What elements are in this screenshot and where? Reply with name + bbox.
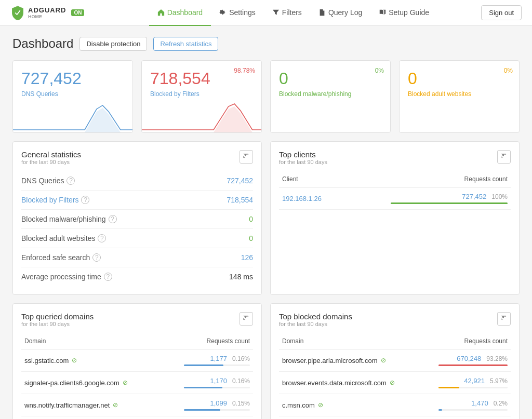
blocked-domain: browser.events.data.microsoft.com ⊘ [279,372,435,394]
help-icon-malware[interactable]: ? [109,215,117,223]
table-row: signaler-pa.clients6.google.com ⊘ 1,170 … [21,372,253,394]
logo-name: ADGUARD [28,6,66,14]
queried-count: 1,177 [210,355,227,362]
queried-count-cell: 1,099 0.15% [181,394,253,416]
queried-percent: 0.15% [232,400,250,407]
top-blocked-subtitle: for the last 90 days [279,321,352,327]
logo-text-block: ADGUARD HOME [28,6,66,19]
filter-blocked-domain-icon[interactable]: ⊘ [318,401,323,409]
queried-percent: 0.16% [232,377,250,385]
nav-settings[interactable]: Settings [211,0,264,26]
shield-icon [10,6,25,20]
queried-progress-bar [184,409,220,411]
queried-col-domain: Domain [21,333,181,349]
queried-count: 1,170 [210,377,227,385]
table-row: browser.pipe.aria.microsoft.com ⊘ 670,24… [279,349,511,372]
help-icon-dns[interactable]: ? [66,177,75,185]
blocked-malware-percent: 0% [375,67,384,74]
filter-domain-icon[interactable]: ⊘ [113,401,118,409]
bottom-row: Top queried domains for the last 90 days… [12,303,520,419]
queried-progress-bar [184,387,222,388]
main-content: Dashboard Disable protection Refresh sta… [0,26,532,419]
dns-queries-chart [13,101,132,132]
stats-row-blocked-adult: Blocked adult websites ? 0 [21,229,253,248]
stats-label-avg-time: Average processing time ? [21,273,112,281]
blocked-progress-bar [438,409,442,411]
top-queried-panel: Top queried domains for the last 90 days… [12,303,262,419]
blocked-filters-chart [142,101,261,132]
filter-blocked-domain-icon[interactable]: ⊘ [390,379,395,386]
stats-row-avg-time: Average processing time ? 148 ms [21,267,253,286]
refresh-icon-clients [501,154,507,160]
nav-dashboard[interactable]: Dashboard [149,0,211,26]
top-queried-title: Top queried domains [21,312,94,321]
dns-queries-number: 727,452 [21,69,124,88]
top-queried-refresh-button[interactable] [240,312,253,326]
refresh-icon [243,154,249,160]
filter-blocked-domain-icon[interactable]: ⊘ [381,357,386,364]
stats-value-blocked-adult: 0 [249,234,253,242]
sign-out-button[interactable]: Sign out [481,5,522,20]
stats-value-dns-queries: 727,452 [227,177,253,185]
nav-filters[interactable]: Filters [264,0,310,26]
blocked-count: 670,248 [457,355,481,362]
blocked-malware-number: 0 [279,69,382,88]
stats-label-safe-search: Enforced safe search ? [21,253,101,262]
queried-count-cell: 1,177 0.16% [181,349,253,372]
blocked-progress-bar [438,364,508,366]
general-stats-panel: General statistics for the last 90 days … [12,141,262,295]
blocked-count: 42,921 [464,377,485,385]
help-icon-adult[interactable]: ? [98,234,106,242]
blocked-filters-label: Blocked by Filters [150,90,253,98]
help-icon-safe-search[interactable]: ? [92,253,101,262]
queried-progress-wrap [184,409,250,411]
top-queried-subtitle: for the last 90 days [21,321,94,327]
top-queried-header: Top queried domains for the last 90 days [21,312,253,327]
refresh-statistics-button[interactable]: Refresh statistics [153,37,218,51]
client-progress-bar [391,202,508,204]
nav-query-log[interactable]: Query Log [310,0,370,26]
client-ip[interactable]: 192.168.1.26 [279,187,388,210]
home-icon [157,9,165,16]
blocked-percent: 93.28% [486,355,508,362]
filter-domain-icon[interactable]: ⊘ [72,357,77,364]
top-clients-title: Top clients [279,150,327,159]
blocked-progress-wrap [438,387,508,388]
queried-progress-wrap [184,364,250,366]
refresh-icon-queried [243,316,249,322]
table-row: browser.events.data.microsoft.com ⊘ 42,9… [279,372,511,394]
general-stats-refresh-button[interactable] [240,150,253,164]
disable-protection-button[interactable]: Disable protection [79,37,147,51]
logo-sub: HOME [28,14,66,19]
general-stats-title: General statistics [21,150,81,159]
blocked-count-cell: 42,921 5.97% [435,372,511,394]
stats-label-blocked-malware: Blocked malware/phishing ? [21,215,117,223]
filter-domain-icon[interactable]: ⊘ [123,379,128,386]
table-row: wns.notify.trafficmanager.net ⊘ 1,099 0.… [21,394,253,416]
blocked-percent: 0.2% [494,400,508,407]
middle-row: General statistics for the last 90 days … [12,141,520,295]
queried-domain: ssl.gstatic.com ⊘ [21,349,181,372]
nav-setup-guide[interactable]: Setup Guide [370,0,437,26]
client-percent: 100% [491,193,508,200]
blocked-col-domain: Domain [279,333,435,349]
queried-progress-wrap [184,387,250,388]
client-count: 727,452 [462,193,486,200]
blocked-filters-link[interactable]: Blocked by Filters [21,196,78,204]
top-clients-table: Client Requests count 192.168.1.26 727,4… [279,171,511,210]
top-clients-refresh-button[interactable] [497,150,511,164]
top-blocked-title: Top blocked domains [279,312,352,321]
help-icon-avg-time[interactable]: ? [104,273,112,281]
stats-value-blocked-filters: 718,554 [227,196,253,204]
svg-marker-1 [142,106,261,132]
help-icon-blocked-filters[interactable]: ? [81,196,89,204]
top-clients-header: Top clients for the last 90 days [279,150,511,165]
top-blocked-title-block: Top blocked domains for the last 90 days [279,312,352,327]
table-row: 192.168.1.26 727,452 100% [279,187,511,210]
top-queried-table: Domain Requests count ssl.gstatic.com ⊘ … [21,333,253,416]
top-blocked-refresh-button[interactable] [497,312,511,326]
stats-value-blocked-malware: 0 [249,215,253,223]
table-row: c.msn.com ⊘ 1,470 0.2% [279,394,511,416]
client-count-cell: 727,452 100% [388,187,511,210]
general-stats-table: DNS Queries ? 727,452 Blocked by Filters… [21,171,253,286]
